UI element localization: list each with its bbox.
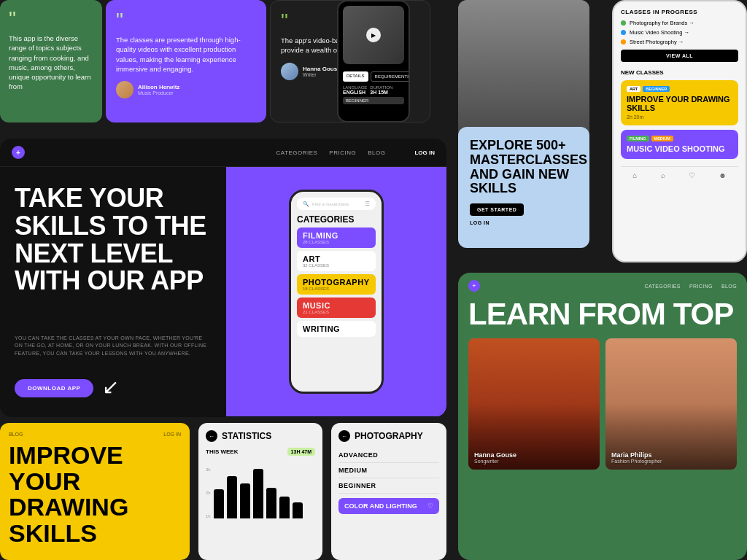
nav-login[interactable]: LOG IN: [414, 149, 435, 156]
author-role: Music Producer: [138, 90, 179, 96]
new-class-name-2: MUSIC VIDEO SHOOTING: [627, 144, 732, 153]
drawing-nav: BLOG LOG IN: [9, 432, 181, 437]
dot-blue: [621, 30, 626, 35]
new-classes-title: NEW CLASSES: [621, 69, 738, 76]
class-item-2: Music Video Shooting →: [621, 29, 738, 36]
nav-pricing[interactable]: PRICING: [329, 149, 356, 156]
quote-icon: ": [9, 9, 93, 29]
learn-nav-categories[interactable]: CATEGORIES: [645, 284, 681, 289]
learn-nav-pricing[interactable]: PRICING: [689, 284, 713, 289]
profile-icon[interactable]: ☻: [719, 171, 727, 179]
instructor-role-1: Songwriter: [474, 459, 516, 464]
week-time-badge: 13H 47M: [287, 448, 315, 456]
cat-writing-name: WRITING: [303, 324, 370, 333]
cat-music-count: 21 CLASSES: [303, 310, 370, 314]
classes-in-progress-title: CLASSES IN PROGRESS: [621, 9, 738, 15]
level-advanced[interactable]: ADVANCED: [338, 448, 439, 463]
play-button[interactable]: ▶: [366, 28, 381, 42]
requirements-button[interactable]: REQUIREMENTS: [371, 71, 410, 82]
tag-filming: FILMING: [627, 136, 649, 141]
explore-title: EXPLORE 500+ MASTERCLASSES AND GAIN NEW …: [470, 139, 578, 196]
language-value: ENGLISH: [343, 90, 367, 95]
get-started-button[interactable]: GET STARTED: [470, 203, 524, 216]
instructor-photo-1: Hanna Gouse Songwriter: [468, 338, 600, 470]
learn-card: + CATEGORIES PRICING BLOG LEARN FROM TOP…: [458, 273, 747, 560]
cat-photography-count: 18 CLASSES: [303, 287, 370, 291]
phone-bottom-nav: ⌂ ⌕ ♡ ☻: [621, 166, 738, 179]
color-lighting-card[interactable]: COLOR AND LIGHTING ♡: [338, 498, 439, 514]
home-icon[interactable]: ⌂: [632, 171, 637, 179]
instructor-caption-1: Hanna Gouse Songwriter: [474, 451, 516, 464]
phone-top-mockup: ▶ DETAILS REQUIREMENTS LANGUAGE ENGLISH …: [337, 0, 410, 122]
class-item-1: Photography for Brands →: [621, 20, 738, 26]
green-quote-text: This app is the diverse range of topics …: [9, 34, 93, 92]
nav-categories[interactable]: CATEGORIES: [276, 149, 318, 156]
view-all-button[interactable]: VIEW ALL: [621, 50, 738, 62]
new-class-card-1: ART BEGINNER IMPROVE YOUR DRAWING SKILLS…: [621, 80, 738, 125]
search-icon[interactable]: ⌕: [661, 171, 665, 179]
instructor-caption-2: Maria Philips Fashion Photographer: [611, 451, 662, 464]
cat-music[interactable]: MUSIC 21 CLASSES: [297, 298, 376, 318]
drawing-blog-link[interactable]: BLOG: [9, 432, 23, 437]
back-button-photo[interactable]: ←: [338, 430, 350, 442]
instructor-photo-2: Maria Philips Fashion Photographer: [605, 338, 737, 470]
details-button[interactable]: DETAILS: [343, 71, 368, 82]
main-subtext: YOU CAN TAKE THE CLASSES AT YOUR OWN PAC…: [15, 335, 212, 358]
download-app-button[interactable]: DOWNLOAD APP: [15, 379, 93, 397]
class-name-2: Music Video Shooting →: [630, 29, 689, 36]
main-nav: + CATEGORIES PRICING BLOG LOG IN: [0, 139, 446, 167]
purple-quote-text: The classes are presented through high-q…: [116, 35, 256, 74]
photography-title: PHOTOGRAPHY: [355, 431, 423, 441]
drawing-title: IMPROVE YOUR DRAWING SKILLS: [9, 443, 181, 547]
heart-icon-nav[interactable]: ♡: [689, 171, 695, 179]
level-medium[interactable]: MEDIUM: [338, 463, 439, 478]
inner-phone-mockup: 🔍 Find a masterclass ☰ CATEGORIES FILMIN…: [289, 190, 384, 394]
testimonial-green-card: " This app is the diverse range of topic…: [0, 0, 102, 122]
nav-blog[interactable]: BLOG: [368, 149, 385, 156]
instructor-name-2: Maria Philips: [611, 451, 662, 459]
nav-links: CATEGORIES PRICING BLOG: [276, 149, 386, 156]
classes-phone-card: CLASSES IN PROGRESS Photography for Bran…: [612, 0, 747, 262]
heart-icon-photo[interactable]: ♡: [427, 502, 433, 510]
cat-music-name: MUSIC: [303, 301, 370, 310]
cat-art[interactable]: ART 32 CLASSES: [297, 251, 376, 271]
dot-orange: [621, 39, 626, 44]
class-name-1: Photography for Brands →: [630, 20, 694, 26]
learn-nav-blog[interactable]: BLOG: [721, 284, 737, 289]
photography-levels-card: ← PHOTOGRAPHY ADVANCED MEDIUM BEGINNER C…: [331, 423, 446, 560]
login-link-explore[interactable]: LOG IN: [470, 220, 578, 225]
level-badge: BEGINNER: [343, 97, 404, 104]
tag-beginner: BEGINNER: [643, 86, 670, 92]
cat-filming[interactable]: FILMING 28 CLASSES: [297, 228, 376, 248]
instructor-role-2: Fashion Photographer: [611, 459, 662, 464]
dot-green: [621, 20, 626, 26]
main-headline: TAKE YOUR SKILLS TO THE NEXT LEVEL WITH …: [15, 184, 212, 295]
tag-art: ART: [627, 86, 640, 92]
level-beginner[interactable]: BEGINNER: [338, 478, 439, 494]
learn-headline: LEARN FROM TOP: [458, 299, 747, 330]
class-name-3: Street Photography →: [630, 39, 684, 45]
bar-axis: 3h 2h 1h: [206, 467, 211, 518]
cat-filming-name: FILMING: [303, 231, 370, 240]
cat-writing[interactable]: WRITING: [297, 321, 376, 337]
bar-chart: [214, 467, 303, 518]
cat-photography-name: PHOTOGRAPHY: [303, 278, 370, 287]
back-button-stats[interactable]: ←: [206, 430, 217, 442]
tag-medium: MEDIUM: [651, 136, 673, 141]
author-avatar-2: [281, 63, 298, 80]
drawing-login-link[interactable]: LOG IN: [163, 432, 181, 437]
statistics-card: ← STATISTICS THIS WEEK 13H 47M 3h 2h 1h: [198, 423, 322, 560]
author-role-2: Writer: [303, 72, 341, 77]
search-icon-inner: 🔍: [303, 201, 309, 207]
instructor-photos-row: Hanna Gouse Songwriter Maria Philips Fas…: [458, 330, 747, 470]
author-name-2: Hanna Gouse: [303, 66, 341, 72]
this-week-label: THIS WEEK: [206, 448, 238, 455]
menu-icon: ☰: [365, 201, 370, 207]
cat-photography[interactable]: PHOTOGRAPHY 18 CLASSES: [297, 274, 376, 295]
author-name: Allison Herwitz: [138, 84, 179, 90]
phone-search-bar[interactable]: 🔍 Find a masterclass ☰: [297, 198, 376, 210]
cat-art-count: 32 CLASSES: [303, 263, 370, 268]
new-class-time-1: 2h 20m: [627, 114, 732, 120]
categories-header: CATEGORIES: [297, 214, 376, 225]
quote-icon-purple: ": [116, 10, 256, 31]
